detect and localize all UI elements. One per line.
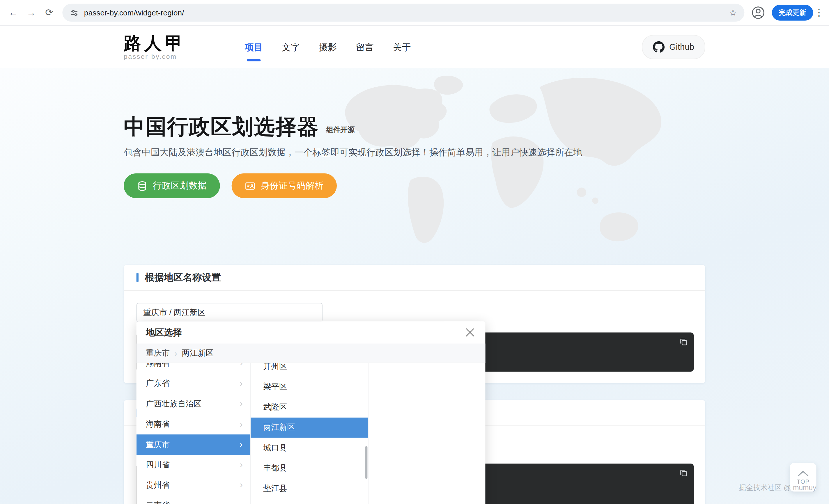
screenshot-stage: ← → ⟳ passer-by.com/widget-region/ ☆ 完成更… [0,0,829,504]
chevron-right-icon: › [174,349,177,358]
main-nav: 项目 文字 摄影 留言 关于 [245,38,411,57]
site-header: 路人甲 passer-by.com 项目 文字 摄影 留言 关于 [0,26,829,68]
chevron-right-icon: › [240,501,243,504]
chevron-right-icon: › [240,378,243,389]
district-option[interactable]: 丰都县 [251,458,368,478]
chrome-update-button[interactable]: 完成更新 [772,5,813,21]
district-column: 开州区 梁平区 武隆区 两江新区 城口县 丰都县 垫江县 [251,363,368,504]
picker-breadcrumb: 重庆市 › 两江新区 [137,344,485,363]
idcard-parse-label: 身份证号码解析 [260,180,323,192]
province-option[interactable]: 贵州省› [137,475,250,496]
bookmark-star-icon[interactable]: ☆ [729,7,737,18]
reload-icon[interactable]: ⟳ [40,4,58,22]
region-data-label: 行政区划数据 [153,180,207,192]
github-icon [653,41,664,53]
section-title: 根据地区名称设置 [145,271,221,284]
site-settings-icon[interactable] [70,8,79,17]
district-option[interactable]: 武隆区 [251,397,368,417]
province-option[interactable]: 湖南省› [137,363,250,373]
close-icon[interactable] [464,326,476,338]
url-text: passer-by.com/widget-region/ [84,8,184,17]
logo-title: 路人甲 [124,34,186,51]
region-picker-popup: 地区选择 重庆市 › 两江新区 湖南省› 广东省› 广西壮族自治区› 海南省› … [137,321,485,504]
site-logo[interactable]: 路人甲 passer-by.com [124,34,186,60]
copy-icon[interactable] [679,337,688,347]
page-title: 中国行政区划选择器 [124,114,319,139]
hero-section: 中国行政区划选择器 组件开源 包含中国大陆及港澳台地区行政区划数据，一个标签即可… [0,68,829,265]
github-button[interactable]: Github [642,35,705,59]
menu-kebab-icon[interactable]: ⋮ [813,4,825,22]
province-column: 湖南省› 广东省› 广西壮族自治区› 海南省› 重庆市› 四川省› 贵州省› 云… [137,363,251,504]
nav-item-about[interactable]: 关于 [393,38,411,57]
province-option-selected[interactable]: 重庆市› [137,434,250,455]
logo-subtitle: passer-by.com [124,53,186,60]
district-option[interactable]: 垫江县 [251,478,368,499]
scrollbar-thumb[interactable] [365,446,367,479]
browser-toolbar: ← → ⟳ passer-by.com/widget-region/ ☆ 完成更… [0,0,829,26]
next-level-column [368,363,485,504]
chevron-right-icon: › [240,419,243,430]
page-subtitle: 包含中国大陆及港澳台地区行政区划数据，一个标签即可实现行政区划选择！操作简单易用… [124,146,705,158]
chevron-right-icon: › [240,439,243,450]
province-option[interactable]: 海南省› [137,414,250,434]
section-accent-bar [137,273,139,282]
district-option[interactable]: 城口县 [251,438,368,458]
chevron-up-icon [797,470,809,477]
nav-item-photography[interactable]: 摄影 [319,38,337,57]
region-data-button[interactable]: 行政区划数据 [124,173,220,198]
province-option[interactable]: 四川省› [137,455,250,475]
profile-avatar-icon[interactable] [751,5,765,20]
picker-title: 地区选择 [146,326,182,339]
breadcrumb-province[interactable]: 重庆市 [146,348,170,358]
province-option[interactable]: 广东省› [137,373,250,394]
province-option[interactable]: 广西壮族自治区› [137,394,250,414]
watermark: 掘金技术社区 @ mumuy [739,483,816,493]
breadcrumb-district[interactable]: 两江新区 [182,348,214,358]
database-icon [137,180,147,191]
github-label: Github [669,42,694,52]
picker-body: 湖南省› 广东省› 广西壮族自治区› 海南省› 重庆市› 四川省› 贵州省› 云… [137,363,485,504]
district-option[interactable]: 开州区 [251,363,368,376]
back-icon[interactable]: ← [4,4,23,22]
open-source-badge: 组件开源 [326,125,355,139]
chevron-right-icon: › [240,460,243,470]
idcard-parse-button[interactable]: 身份证号码解析 [232,173,337,198]
nav-item-guestbook[interactable]: 留言 [356,38,374,57]
province-option[interactable]: 云南省› [137,496,250,504]
district-option[interactable]: 梁平区 [251,376,368,397]
forward-icon[interactable]: → [22,4,40,22]
nav-item-projects[interactable]: 项目 [245,38,263,57]
url-bar[interactable]: passer-by.com/widget-region/ ☆ [62,4,744,22]
district-option-selected[interactable]: 两江新区 [251,417,368,438]
copy-icon[interactable] [679,468,688,478]
nav-item-writing[interactable]: 文字 [282,38,300,57]
chevron-right-icon: › [240,363,243,369]
region-input[interactable] [137,303,323,322]
idcard-icon [245,180,255,191]
chevron-right-icon: › [240,399,243,409]
chevron-right-icon: › [240,480,243,491]
